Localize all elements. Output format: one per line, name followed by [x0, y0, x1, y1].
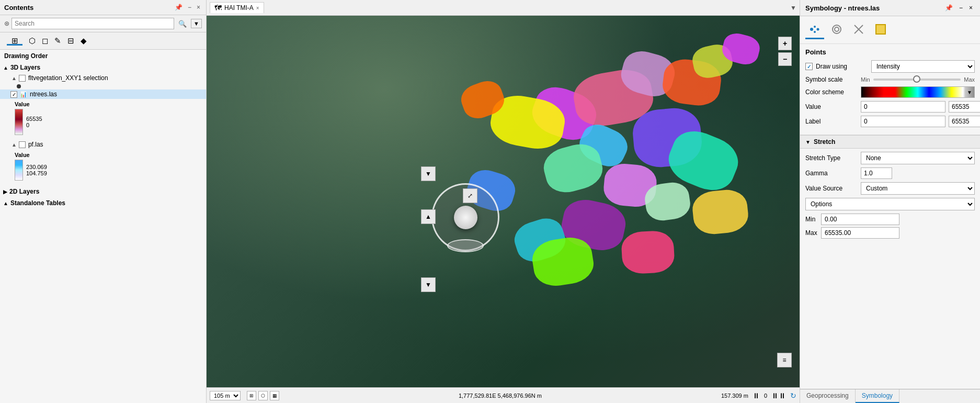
search-input[interactable] — [12, 18, 174, 29]
ntrees-checkbox[interactable]: ✓ — [10, 91, 17, 98]
grid-btn[interactable]: ⊟ — [65, 35, 77, 47]
ntrees-layer-item[interactable]: ✓ 📊 ntrees.las — [0, 89, 206, 99]
vegetation-layer-label: fltvegetation_XXY1 selection — [28, 74, 108, 82]
rings-icon-btn[interactable] — [827, 20, 846, 39]
pf-legend-values: 230.069 104.759 — [26, 164, 47, 176]
color-scheme-label: Color scheme — [805, 88, 858, 96]
map-header: 🗺 HAI TMI-A × ▼ — [207, 0, 800, 16]
label-min-input[interactable] — [861, 116, 945, 127]
draw-using-row: Draw using Intensity — [805, 60, 975, 73]
slider-track[interactable] — [873, 79, 961, 81]
sym-header: Symbology - ntrees.las 📌 − × — [800, 0, 980, 16]
slider-thumb[interactable] — [913, 75, 920, 83]
stretch-type-select[interactable]: None Standard Deviations Minimum Maximum… — [861, 152, 975, 164]
pf-layer-row: ▲ pf.las — [0, 139, 206, 150]
geoprocessing-tab[interactable]: Geoprocessing — [800, 389, 856, 403]
value-source-row: Value Source Custom Dataset — [805, 182, 975, 195]
layers-container: ▲ 3D Layers ▲ fltvegetation_XXY1 selecti… — [0, 62, 206, 403]
sym-pin-icon[interactable]: 📌 — [943, 3, 955, 13]
label-max-input[interactable] — [949, 116, 980, 127]
layers-icon-btn[interactable]: ≡ — [777, 353, 792, 367]
gamma-input[interactable] — [861, 167, 892, 179]
min-input[interactable] — [821, 214, 899, 225]
nav-down2-btn[interactable]: ▼ — [421, 277, 436, 292]
options-control: Options Statistics Reset — [805, 198, 975, 210]
svg-point-1 — [814, 26, 816, 28]
standalone-tables-header[interactable]: ▲ Standalone Tables — [0, 197, 206, 209]
lines-icon-btn[interactable] — [849, 20, 868, 39]
options-select[interactable]: Options Statistics Reset — [805, 198, 975, 210]
value-max-input[interactable] — [949, 101, 980, 113]
svg-point-3 — [814, 31, 816, 33]
table-icon[interactable]: ▦ — [270, 391, 279, 400]
ntrees-min-value: 0 — [26, 122, 42, 128]
stretch-type-control: None Standard Deviations Minimum Maximum… — [861, 152, 975, 164]
panel-title: Contents — [4, 4, 33, 12]
hex-icon[interactable]: ⬡ — [258, 391, 268, 400]
diamond-btn[interactable]: ◆ — [78, 35, 89, 47]
minimize-icon[interactable]: − — [186, 3, 193, 12]
sym-header-icons: 📌 − × — [943, 3, 975, 13]
stretch-content: Stretch Type None Standard Deviations Mi… — [800, 149, 980, 244]
grid-icon[interactable]: ⊞ — [247, 391, 256, 400]
svg-point-5 — [835, 27, 839, 31]
ntrees-max-value: 65535 — [26, 116, 42, 122]
max-row: Max — [805, 227, 975, 239]
color-scheme-dropdown[interactable]: ▼ — [965, 87, 974, 97]
nav-expand-btn[interactable]: ⤢ — [463, 188, 477, 203]
pf-checkbox[interactable] — [19, 141, 26, 148]
layers-3d-header[interactable]: ▲ 3D Layers — [0, 62, 206, 73]
map-tab-close[interactable]: × — [256, 5, 259, 11]
blob-16 — [621, 230, 675, 274]
cylinder-btn[interactable]: ⬡ — [26, 35, 38, 47]
standalone-tables-label: Standalone Tables — [10, 199, 65, 207]
label-pair — [861, 116, 980, 127]
value-source-select[interactable]: Custom Dataset — [861, 182, 975, 195]
pause-icon[interactable]: ⏸ — [753, 391, 760, 400]
nav-down-btn[interactable]: ▼ — [421, 166, 436, 181]
pf-legend-gradient: 230.069 104.759 — [15, 160, 202, 181]
refresh-icon[interactable]: ↻ — [790, 391, 796, 400]
ntrees-label: ntrees.las — [30, 91, 57, 98]
symbology-tab[interactable]: Symbology — [856, 389, 899, 403]
search-button[interactable]: 🔍 — [176, 19, 189, 29]
map-arrow-icon: ▼ — [790, 4, 796, 12]
ntrees-gradient-bar — [15, 109, 23, 135]
scale-select[interactable]: 105 m — [210, 391, 241, 400]
value-min-input[interactable] — [861, 101, 945, 113]
edit-btn[interactable]: ✎ — [52, 35, 64, 47]
value-label: Value — [805, 103, 858, 110]
layers-2d-header[interactable]: ▶ 2D Layers — [0, 186, 206, 197]
vegetation-checkbox[interactable] — [19, 75, 26, 82]
zoom-out-btn[interactable]: − — [778, 52, 792, 66]
stretch-header[interactable]: ▼ Stretch — [800, 135, 980, 149]
points-icon-btn[interactable] — [805, 20, 824, 39]
close-icon[interactable]: × — [195, 3, 202, 12]
nav-up-btn[interactable]: ▲ — [421, 209, 436, 224]
svg-point-4 — [833, 25, 841, 33]
color-scheme-bar[interactable]: ▼ — [861, 86, 975, 98]
map-tab-icon: 🗺 — [214, 4, 222, 12]
symbol-scale-row: Symbol scale Min Max — [805, 76, 975, 83]
sublayer-dot-row — [0, 83, 206, 89]
pin-icon[interactable]: 📌 — [173, 3, 184, 12]
layer-btn[interactable]: ◻ — [39, 35, 51, 47]
ntrees-legend-gradient: 65535 0 — [15, 109, 202, 135]
table-icon-btn[interactable]: ⊞ — [4, 35, 25, 47]
max-label: Max — [805, 229, 821, 237]
sym-close-icon[interactable]: × — [967, 3, 975, 13]
vegetation-layer-row: ▲ fltvegetation_XXY1 selection — [0, 73, 206, 83]
square-icon-btn[interactable] — [871, 20, 890, 39]
zoom-in-btn[interactable]: + — [778, 37, 792, 50]
pause-icon2[interactable]: ⏸⏸ — [771, 391, 786, 400]
draw-using-checkbox[interactable] — [805, 63, 813, 70]
search-dropdown[interactable]: ▼ — [191, 19, 202, 28]
draw-using-select[interactable]: Intensity — [871, 60, 975, 73]
compass-ring-bottom — [447, 239, 484, 252]
max-input[interactable] — [821, 227, 899, 239]
panel-header: Contents 📌 − × — [0, 0, 206, 15]
blob-20 — [691, 187, 750, 236]
sym-minimize-icon[interactable]: − — [957, 3, 965, 13]
map-tab[interactable]: 🗺 HAI TMI-A × — [210, 2, 264, 13]
pf-max-value: 230.069 — [26, 164, 47, 170]
